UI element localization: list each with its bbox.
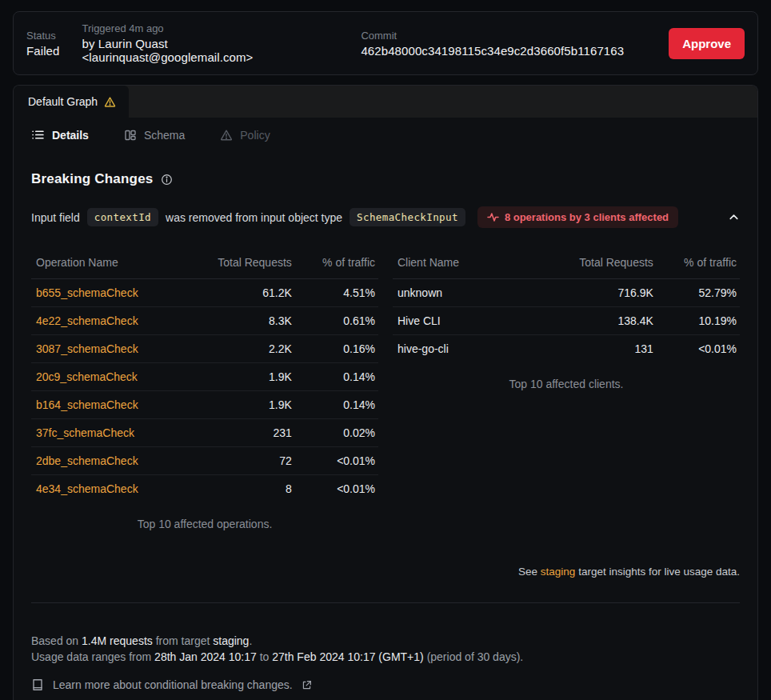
status-label: Status bbox=[26, 30, 59, 42]
collapse-chevron[interactable] bbox=[728, 211, 740, 223]
client-traffic: 52.79% bbox=[657, 279, 740, 307]
table-row: hive-go-cli 131 <0.01% bbox=[393, 335, 740, 363]
table-row: 20c9_schemaCheck 1.9K 0.14% bbox=[31, 363, 378, 391]
commit-label: Commit bbox=[361, 30, 624, 42]
operation-traffic: <0.01% bbox=[295, 475, 378, 503]
client-traffic: <0.01% bbox=[657, 335, 740, 363]
commit-group: Commit 462b48000c34198115c34e9c2d3660f5b… bbox=[361, 30, 624, 58]
client-name: Hive CLI bbox=[393, 307, 538, 335]
book-icon bbox=[31, 678, 44, 691]
affected-tables: Operation Name Total Requests % of traff… bbox=[31, 248, 740, 530]
client-traffic: 10.19% bbox=[657, 307, 740, 335]
approve-button[interactable]: Approve bbox=[669, 28, 745, 59]
operations-table: Operation Name Total Requests % of traff… bbox=[31, 248, 378, 502]
operation-requests: 8 bbox=[177, 475, 295, 503]
client-name: hive-go-cli bbox=[393, 335, 538, 363]
usage-text: Based on bbox=[31, 634, 78, 647]
pulse-icon bbox=[487, 212, 499, 222]
tab-policy[interactable]: Policy bbox=[220, 129, 270, 142]
operation-requests: 231 bbox=[177, 419, 295, 447]
clients-table: Client Name Total Requests % of traffic … bbox=[393, 248, 740, 362]
col-total-requests: Total Requests bbox=[538, 248, 657, 279]
operation-link[interactable]: 37fc_schemaCheck bbox=[36, 426, 134, 439]
breaking-changes-header: Breaking Changes bbox=[31, 171, 740, 187]
usage-text: . bbox=[249, 634, 252, 647]
insights-note: See staging target insights for live usa… bbox=[31, 566, 740, 578]
tab-schema[interactable]: Schema bbox=[124, 129, 185, 142]
operation-link[interactable]: b164_schemaCheck bbox=[36, 398, 138, 411]
info-icon[interactable] bbox=[161, 174, 173, 186]
table-row: 4e22_schemaCheck 8.3K 0.61% bbox=[31, 307, 378, 335]
learn-more-link[interactable]: Learn more about conditional breaking ch… bbox=[31, 678, 740, 691]
operation-link[interactable]: 4e22_schemaCheck bbox=[36, 314, 138, 327]
usage-request-count: 1.4M requests bbox=[82, 634, 153, 647]
status-group: Status Failed bbox=[26, 30, 59, 58]
operation-requests: 72 bbox=[177, 447, 295, 475]
table-row: unknown 716.9K 52.79% bbox=[393, 279, 740, 307]
operations-column: Operation Name Total Requests % of traff… bbox=[31, 248, 378, 530]
section-divider bbox=[31, 602, 740, 603]
operation-link[interactable]: 20c9_schemaCheck bbox=[36, 370, 138, 383]
insights-note-suffix: target insights for live usage data. bbox=[578, 566, 740, 578]
check-summary-header: Status Failed Triggered 4m ago by Laurin… bbox=[13, 11, 758, 75]
operation-traffic: 0.61% bbox=[295, 307, 378, 335]
tab-schema-label: Schema bbox=[144, 129, 185, 142]
operation-traffic: 4.51% bbox=[295, 279, 378, 307]
clients-header-row: Client Name Total Requests % of traffic bbox=[393, 248, 740, 279]
operations-header-row: Operation Name Total Requests % of traff… bbox=[31, 248, 378, 279]
triggered-group: Triggered 4m ago by Laurin Quast <laurin… bbox=[82, 22, 290, 64]
table-row: 2dbe_schemaCheck 72 <0.01% bbox=[31, 447, 378, 475]
operation-traffic: 0.02% bbox=[295, 419, 378, 447]
operation-link[interactable]: 2dbe_schemaCheck bbox=[36, 454, 138, 467]
table-row: 4e34_schemaCheck 8 <0.01% bbox=[31, 475, 378, 503]
details-content: Breaking Changes Input field contextId w… bbox=[14, 151, 757, 700]
check-nav: Details Schema Policy bbox=[14, 118, 757, 151]
staging-insights-link[interactable]: staging bbox=[541, 566, 576, 578]
affected-operations-badge: 8 operations by 3 clients affected bbox=[477, 206, 678, 228]
usage-summary: Based on 1.4M requests from target stagi… bbox=[31, 633, 740, 665]
operation-requests: 1.9K bbox=[177, 363, 295, 391]
graph-tab-strip: Default Graph bbox=[14, 86, 757, 118]
breaking-changes-title: Breaking Changes bbox=[31, 171, 153, 187]
operation-traffic: 0.14% bbox=[295, 363, 378, 391]
operation-requests: 61.2K bbox=[177, 279, 295, 307]
external-link-icon bbox=[302, 680, 312, 690]
graph-tab-label: Default Graph bbox=[28, 95, 98, 108]
table-row: b164_schemaCheck 1.9K 0.14% bbox=[31, 391, 378, 419]
triggered-label: Triggered 4m ago bbox=[82, 22, 290, 34]
change-middle: was removed from input object type bbox=[166, 211, 342, 224]
table-row: 3087_schemaCheck 2.2K 0.16% bbox=[31, 335, 378, 363]
change-prefix: Input field bbox=[31, 211, 80, 224]
operation-requests: 2.2K bbox=[177, 335, 295, 363]
operation-requests: 8.3K bbox=[177, 307, 295, 335]
usage-text: Usage data ranges from bbox=[31, 650, 151, 663]
usage-date-from: 28th Jan 2024 10:17 bbox=[154, 650, 257, 663]
operations-caption: Top 10 affected operations. bbox=[31, 518, 378, 530]
clients-caption: Top 10 affected clients. bbox=[393, 378, 740, 390]
operation-requests: 1.9K bbox=[177, 391, 295, 419]
graph-card: Default Graph Details bbox=[13, 85, 758, 700]
triggered-author: by Laurin Quast <laurinquast@googlemail.… bbox=[82, 37, 290, 64]
operation-link[interactable]: 4e34_schemaCheck bbox=[36, 482, 138, 495]
learn-more-label: Learn more about conditional breaking ch… bbox=[53, 678, 293, 691]
usage-text: from target bbox=[156, 634, 210, 647]
operation-link[interactable]: b655_schemaCheck bbox=[36, 286, 138, 299]
col-client-name: Client Name bbox=[393, 248, 538, 279]
warning-triangle-icon bbox=[104, 96, 116, 108]
col-operation-name: Operation Name bbox=[31, 248, 177, 279]
tab-default-graph[interactable]: Default Graph bbox=[14, 86, 129, 118]
breaking-change-row[interactable]: Input field contextId was removed from i… bbox=[31, 206, 740, 228]
status-value: Failed bbox=[26, 44, 59, 58]
tab-policy-label: Policy bbox=[240, 129, 270, 142]
usage-text: to bbox=[260, 650, 270, 663]
table-row: Hive CLI 138.4K 10.19% bbox=[393, 307, 740, 335]
operation-link[interactable]: 3087_schemaCheck bbox=[36, 342, 138, 355]
col-total-requests: Total Requests bbox=[177, 248, 295, 279]
policy-warning-icon bbox=[220, 129, 233, 142]
commit-hash: 462b48000c34198115c34e9c2d3660f5b1167163 bbox=[361, 44, 624, 58]
client-requests: 138.4K bbox=[538, 307, 657, 335]
tab-details[interactable]: Details bbox=[31, 128, 89, 142]
affected-badge-label: 8 operations by 3 clients affected bbox=[505, 211, 669, 223]
type-code-chip: SchemaCheckInput bbox=[350, 208, 465, 226]
insights-note-prefix: See bbox=[518, 566, 537, 578]
